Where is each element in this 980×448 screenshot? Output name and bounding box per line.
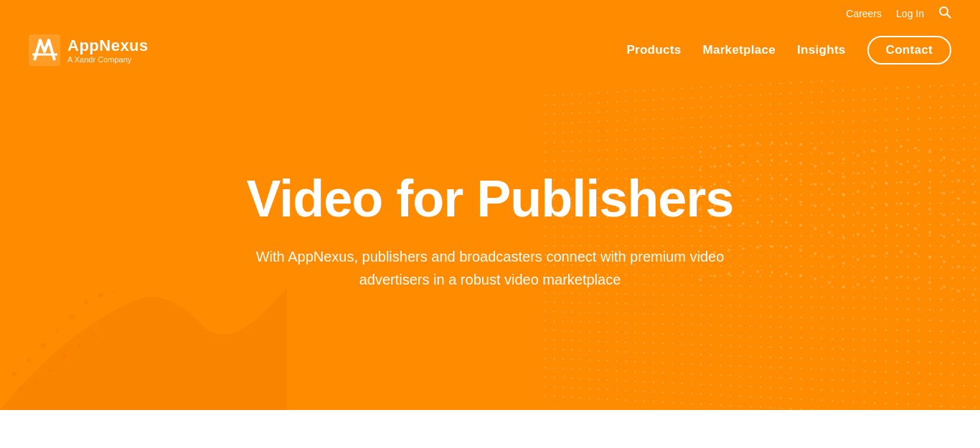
svg-point-3: [12, 372, 17, 376]
logo-tagline: A Xandr Company: [67, 55, 149, 64]
svg-point-10: [113, 290, 116, 293]
svg-point-91: [900, 202, 903, 205]
svg-point-146: [828, 281, 831, 284]
svg-point-115: [957, 240, 960, 243]
svg-point-131: [900, 250, 903, 253]
svg-point-23: [785, 142, 788, 145]
svg-point-44: [799, 161, 802, 164]
svg-point-129: [871, 254, 874, 257]
svg-point-109: [871, 229, 874, 232]
svg-point-12: [34, 380, 38, 383]
svg-point-125: [814, 252, 816, 255]
svg-point-143: [785, 272, 788, 275]
logo[interactable]: AppNexus A Xandr Company: [29, 34, 149, 66]
svg-point-69: [871, 185, 874, 188]
svg-point-62: [771, 177, 773, 180]
svg-point-31: [900, 145, 903, 148]
svg-point-8: [85, 301, 88, 305]
svg-point-106: [828, 231, 831, 234]
svg-point-13: [49, 369, 52, 372]
svg-point-142: [771, 271, 773, 274]
svg-point-85: [814, 204, 816, 207]
logo-text: AppNexus A Xandr Company: [67, 37, 149, 64]
svg-point-72: [914, 183, 917, 186]
svg-point-28: [857, 154, 859, 157]
svg-point-70: [885, 182, 888, 185]
nav-marketplace[interactable]: Marketplace: [702, 43, 776, 57]
nav-products[interactable]: Products: [626, 43, 681, 57]
svg-point-63: [785, 178, 788, 181]
svg-point-149: [871, 280, 874, 282]
nav-insights[interactable]: Insights: [797, 43, 846, 57]
svg-point-7: [70, 315, 74, 319]
svg-point-5: [41, 343, 45, 348]
svg-point-101: [756, 221, 759, 224]
svg-point-73: [928, 186, 931, 189]
svg-point-64: [799, 179, 802, 182]
svg-point-76: [971, 201, 974, 204]
svg-point-152: [914, 277, 917, 280]
wave-left: [0, 159, 287, 410]
svg-point-95: [957, 219, 960, 221]
svg-point-68: [857, 190, 859, 193]
svg-point-40: [742, 161, 745, 164]
svg-point-126: [828, 256, 831, 259]
careers-link[interactable]: Careers: [846, 8, 882, 19]
svg-point-86: [828, 208, 831, 211]
svg-point-11: [20, 387, 23, 390]
svg-point-127: [842, 262, 845, 264]
svg-point-6: [56, 330, 59, 333]
svg-point-36: [971, 165, 974, 168]
logo-name: AppNexus: [67, 37, 149, 55]
svg-point-9: [98, 293, 103, 297]
svg-point-130: [885, 252, 888, 254]
svg-point-104: [799, 224, 802, 227]
svg-point-16: [92, 333, 95, 337]
svg-point-43: [785, 160, 788, 163]
svg-point-17: [699, 151, 702, 153]
svg-point-133: [928, 256, 931, 259]
svg-point-84: [799, 201, 802, 204]
svg-point-49: [871, 167, 874, 170]
svg-point-75: [957, 197, 960, 200]
svg-point-108: [857, 233, 859, 236]
svg-point-51: [900, 163, 903, 166]
svg-point-113: [928, 231, 931, 234]
svg-point-55: [957, 179, 960, 182]
svg-point-41: [756, 160, 759, 163]
svg-point-50: [885, 164, 888, 167]
search-icon[interactable]: [938, 6, 951, 22]
svg-point-21: [756, 142, 759, 145]
svg-point-22: [771, 141, 773, 144]
contact-button[interactable]: Contact: [867, 36, 951, 65]
svg-point-80: [742, 199, 745, 202]
svg-point-124: [799, 249, 802, 252]
svg-point-154: [943, 285, 946, 288]
svg-point-94: [943, 214, 946, 216]
hero-content: Video for Publishers With AppNexus, publ…: [246, 171, 734, 290]
svg-point-45: [814, 165, 816, 168]
svg-point-67: [842, 194, 845, 196]
hero-subtitle: With AppNexus, publishers and broadcaste…: [246, 245, 734, 291]
login-link[interactable]: Log In: [896, 8, 924, 19]
hero-title: Video for Publishers: [246, 171, 734, 227]
svg-point-96: [971, 222, 974, 225]
svg-point-46: [828, 170, 831, 173]
svg-point-38: [713, 165, 716, 168]
svg-point-145: [814, 277, 816, 280]
svg-point-66: [828, 188, 831, 191]
svg-point-83: [785, 198, 788, 201]
svg-point-135: [957, 265, 960, 268]
svg-point-100: [742, 222, 745, 225]
svg-point-112: [914, 227, 917, 230]
svg-point-153: [928, 281, 931, 284]
svg-point-26: [828, 152, 831, 155]
svg-point-20: [742, 143, 745, 146]
svg-point-141: [756, 270, 759, 273]
svg-point-111: [900, 225, 903, 228]
svg-point-150: [885, 277, 888, 280]
svg-point-71: [900, 181, 903, 184]
wave-right: [693, 116, 980, 367]
svg-point-42: [771, 159, 773, 162]
svg-point-147: [842, 285, 845, 288]
